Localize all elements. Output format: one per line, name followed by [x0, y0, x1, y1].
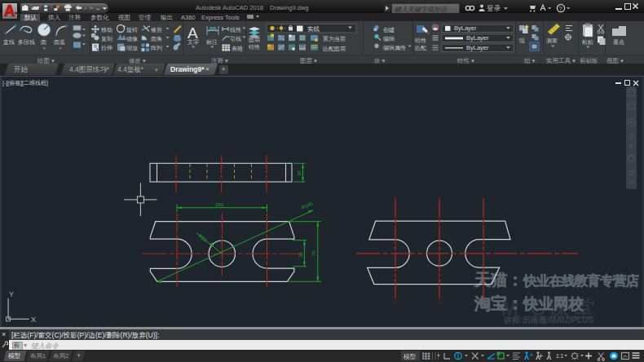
- svg-text:70: 70: [311, 250, 316, 256]
- svg-text:缩放: 缩放: [126, 45, 138, 51]
- svg-text:旋转: 旋转: [126, 27, 138, 33]
- svg-text:A: A: [530, 352, 533, 357]
- svg-text:1:1: 1:1: [556, 353, 563, 359]
- svg-text:模型: 模型: [404, 353, 417, 360]
- svg-text:圆角: 圆角: [151, 36, 162, 42]
- svg-text:创建: 创建: [383, 27, 395, 33]
- svg-text:匹配图层: 匹配图层: [323, 46, 346, 52]
- svg-text:匹配: 匹配: [415, 45, 426, 51]
- svg-text:X: X: [31, 316, 36, 324]
- svg-text:编辑属性: 编辑属性: [383, 45, 406, 51]
- svg-text:圆: 圆: [41, 39, 46, 46]
- svg-text:阵列: 阵列: [151, 45, 162, 51]
- svg-text:图层: 图层: [249, 37, 260, 43]
- svg-text:R16: R16: [197, 233, 208, 243]
- svg-text:拉伸: 拉伸: [101, 45, 112, 51]
- svg-text:?: ?: [559, 5, 562, 12]
- svg-text:Y: Y: [9, 290, 14, 298]
- svg-text:圆弧: 圆弧: [54, 39, 65, 46]
- svg-text:特性: 特性: [415, 38, 426, 44]
- svg-text:登录: 登录: [487, 4, 501, 12]
- svg-text:复制: 复制: [101, 36, 112, 42]
- svg-text:标注: 标注: [205, 38, 218, 46]
- svg-text:特性: 特性: [249, 44, 260, 51]
- svg-text:引线: 引线: [230, 36, 241, 42]
- svg-text:基点: 基点: [613, 39, 624, 46]
- svg-text:150: 150: [215, 202, 224, 207]
- svg-text:ByLayer: ByLayer: [454, 24, 477, 32]
- svg-text:移动: 移动: [101, 27, 112, 33]
- svg-text:30: 30: [297, 170, 302, 176]
- svg-text:文字: 文字: [187, 38, 199, 45]
- svg-text:编辑: 编辑: [383, 36, 395, 42]
- svg-text:测量: 测量: [546, 38, 558, 44]
- svg-text:表格: 表格: [232, 46, 243, 52]
- svg-text:组: 组: [519, 38, 525, 43]
- svg-text:粘贴: 粘贴: [581, 39, 593, 46]
- svg-text:镜像: 镜像: [126, 36, 138, 42]
- svg-text:多段线: 多段线: [18, 39, 35, 45]
- svg-text:ByLayer: ByLayer: [466, 34, 489, 42]
- svg-text:置为当前: 置为当前: [323, 36, 346, 42]
- svg-text:修剪: 修剪: [151, 27, 162, 33]
- svg-text:线性: 线性: [230, 27, 241, 33]
- svg-text:R165: R165: [301, 201, 314, 210]
- svg-text:ByLayer: ByLayer: [466, 44, 489, 51]
- svg-text:直线: 直线: [3, 39, 15, 45]
- svg-text:实线: 实线: [307, 25, 320, 33]
- svg-text:30: 30: [298, 252, 303, 258]
